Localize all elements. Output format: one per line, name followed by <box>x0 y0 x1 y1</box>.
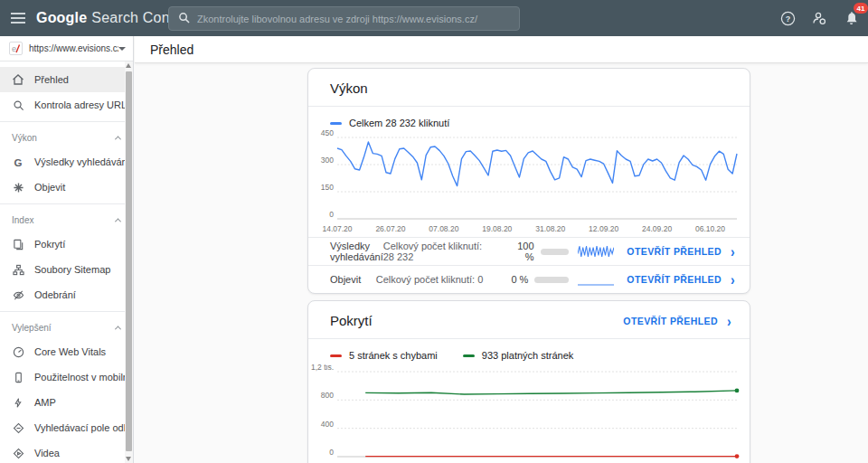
help-icon[interactable]: ? <box>776 6 799 30</box>
row-total-clicks: Celkový počet kliknutí: 0 <box>376 274 484 285</box>
url-inspection-searchbox[interactable] <box>168 6 520 31</box>
legend-dash-blue <box>330 122 342 125</box>
legend-valid-pages: 933 platných stránek <box>463 350 574 361</box>
svg-text:14.07.20: 14.07.20 <box>322 224 352 233</box>
google-g-icon: G <box>12 156 24 168</box>
legend-dash-red <box>330 354 342 357</box>
sidebar-item-core-web-vitals[interactable]: Core Web Vitals <box>0 339 133 364</box>
notifications-bell-icon[interactable]: 41 <box>839 6 863 30</box>
sidebar-item-vysledky-vyhledavani[interactable]: G Výsledky vyhledávání <box>0 149 133 175</box>
svg-text:400: 400 <box>321 420 334 429</box>
row-percent: 0 % <box>497 274 528 285</box>
sidebar-item-label: Použitelnost v mobilních za… <box>34 372 133 383</box>
coverage-legend: 5 stránek s chybami 933 platných stránek <box>308 339 750 361</box>
sidebar-item-label: Objevit <box>34 182 65 193</box>
row-progress-bar <box>534 277 569 283</box>
section-header-vykon[interactable]: Výkon <box>0 126 133 149</box>
sidebar-item-odebrani[interactable]: Odebrání <box>0 282 133 307</box>
row-label: Objevit <box>330 274 376 285</box>
open-report-link[interactable]: OTEVŘÍT PŘEHLED › <box>627 273 735 286</box>
section-header-vylepseni[interactable]: Vylepšení <box>0 316 133 339</box>
sidebar-item-pouzitelnost-v-mobilnich[interactable]: Použitelnost v mobilních za… <box>0 364 133 390</box>
svg-text:G: G <box>14 157 23 168</box>
sidebar-item-label: AMP <box>34 397 56 408</box>
chevron-up-icon <box>115 326 121 332</box>
page-title: Přehled <box>150 43 193 57</box>
coverage-pages-icon <box>12 238 24 250</box>
row-progress-bar <box>541 249 570 255</box>
property-favicon-icon: e <box>9 42 23 55</box>
sidebar-item-prehled[interactable]: Přehled <box>0 67 133 92</box>
coverage-card-header: Pokrytí OTEVŘÍT PŘEHLED › <box>308 301 750 339</box>
svg-text:26.07.20: 26.07.20 <box>375 224 405 233</box>
svg-text:300: 300 <box>321 156 334 165</box>
chevron-up-icon <box>115 218 121 224</box>
amp-lightning-icon <box>12 396 24 409</box>
main-area: Přehled Výkon Celkem 28 232 kliknutí 015… <box>135 36 868 463</box>
performance-legend: Celkem 28 232 kliknutí <box>308 107 750 128</box>
sidebar-nav: Přehled Kontrola adresy URL Výkon G Výsl… <box>0 61 133 463</box>
sidebar-item-label: Vyhledávací pole odkazů na… <box>34 422 133 433</box>
home-icon <box>12 73 24 86</box>
property-url: https://www.evisions.cz/ <box>29 43 118 53</box>
sidebar-item-soubory-sitemap[interactable]: Soubory Sitemap <box>0 257 133 282</box>
content-area: Výkon Celkem 28 232 kliknutí 01503004501… <box>135 64 868 463</box>
sidebar-item-label: Videa <box>34 448 60 458</box>
sidebar-item-pokryti[interactable]: Pokrytí <box>0 232 133 257</box>
chevron-right-icon: › <box>731 272 735 288</box>
svg-text:06.10.20: 06.10.20 <box>695 224 725 233</box>
search-input[interactable] <box>197 14 510 24</box>
sidebar-item-amp[interactable]: AMP <box>0 390 133 415</box>
open-report-link[interactable]: OTEVŘÍT PŘEHLED › <box>627 245 735 258</box>
user-settings-icon[interactable] <box>807 6 831 30</box>
row-sparkline <box>578 244 614 259</box>
coverage-line-chart: 04008001,2 tis.17.07.2028.07.2008.08.201… <box>310 364 748 463</box>
coverage-card: Pokrytí OTEVŘÍT PŘEHLED › 5 stránek s ch… <box>307 300 750 463</box>
scroll-up-arrow-icon[interactable] <box>126 63 131 68</box>
performance-line-chart: 015030045014.07.2026.07.2007.08.2019.08.… <box>310 130 748 237</box>
svg-text:450: 450 <box>321 130 334 137</box>
row-percent: 100 % <box>508 241 533 262</box>
sidebar-item-label: Core Web Vitals <box>34 346 106 357</box>
performance-card-title: Výkon <box>330 80 368 96</box>
legend-error-pages: 5 stránek s chybami <box>330 350 438 361</box>
svg-text:0: 0 <box>329 448 334 457</box>
sidebar-item-label: Pokrytí <box>34 239 65 250</box>
legend-total-clicks: Celkem 28 232 kliknutí <box>330 118 449 128</box>
sidebar-item-label: Odebrání <box>34 289 76 300</box>
sidebar-item-kontrola-adresy-url[interactable]: Kontrola adresy URL <box>0 92 133 118</box>
row-total-clicks: Celkový počet kliknutí: 28 232 <box>383 241 494 262</box>
discover-asterisk-icon <box>12 181 24 194</box>
notification-badge: 41 <box>854 3 868 14</box>
logo-google-text: Google <box>36 10 87 26</box>
search-icon <box>178 11 190 27</box>
sitelinks-searchbox-icon <box>12 421 24 434</box>
sidebar-scrollbar[interactable] <box>125 61 133 463</box>
legend-dash-green <box>463 354 475 357</box>
svg-text:19.08.20: 19.08.20 <box>482 224 512 233</box>
chevron-up-icon <box>115 136 121 142</box>
svg-text:24.09.20: 24.09.20 <box>642 224 672 233</box>
performance-card-header: Výkon <box>308 69 750 107</box>
svg-text:12.09.20: 12.09.20 <box>589 224 618 233</box>
section-header-index[interactable]: Index <box>0 208 133 232</box>
svg-text:0: 0 <box>329 210 334 219</box>
sidebar-item-objevit[interactable]: Objevit <box>0 175 133 200</box>
coverage-card-title: Pokrytí <box>330 313 373 328</box>
page-header: Přehled <box>135 36 868 63</box>
sidebar-item-label: Kontrola adresy URL <box>34 99 127 110</box>
scrollbar-thumb[interactable] <box>126 71 132 451</box>
sitemap-icon <box>12 263 24 276</box>
sidebar-item-label: Výsledky vyhledávání <box>34 156 130 167</box>
menu-icon[interactable] <box>0 0 36 36</box>
speedometer-icon <box>12 345 24 358</box>
sidebar-item-vyhledavaci-pole-odkazu[interactable]: Vyhledávací pole odkazů na… <box>0 415 133 440</box>
topbar: Google Search Console ? 41 <box>0 0 868 36</box>
open-report-link[interactable]: OTEVŘÍT PŘEHLED › <box>623 315 731 327</box>
table-row-discover: Objevit Celkový počet kliknutí: 0 0 % OT… <box>308 265 750 293</box>
scroll-down-arrow-icon[interactable] <box>126 457 131 461</box>
property-selector[interactable]: e https://www.evisions.cz/ <box>0 36 133 61</box>
svg-text:e: e <box>12 44 16 53</box>
svg-text:1,2 tis.: 1,2 tis. <box>311 364 334 372</box>
sidebar-item-videa[interactable]: Videa <box>0 440 133 463</box>
